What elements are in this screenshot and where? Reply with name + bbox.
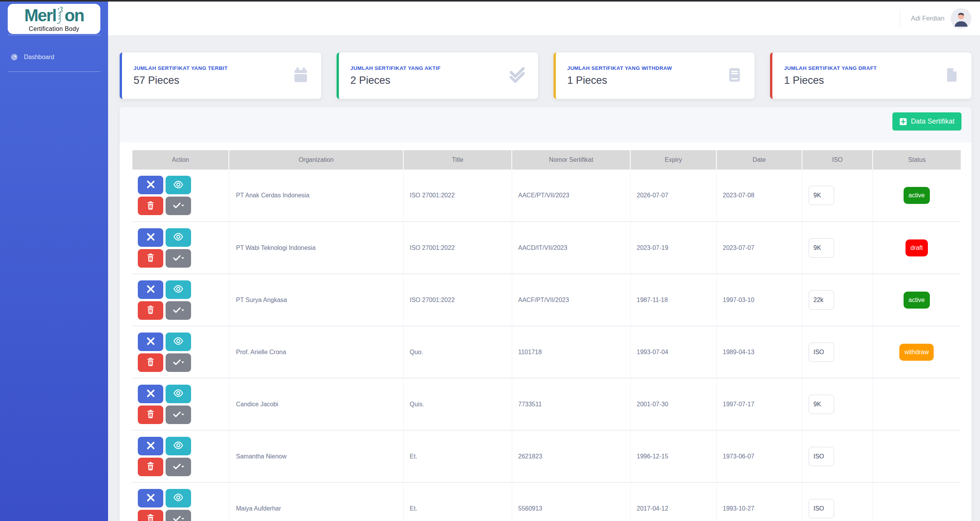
iso-input[interactable] <box>809 499 834 518</box>
delete-button[interactable] <box>138 249 163 268</box>
view-button[interactable] <box>166 280 191 299</box>
approve-dropdown-button[interactable] <box>166 406 191 424</box>
iso-cell <box>802 274 873 326</box>
title-cell: Quis. <box>403 378 512 430</box>
approve-dropdown-button[interactable] <box>166 353 191 372</box>
brand-wordmark: Merl on <box>24 6 84 25</box>
date-cell: 1993-10-27 <box>716 482 802 521</box>
file-icon <box>944 66 960 86</box>
action-cell <box>132 378 229 430</box>
person-icon <box>951 8 972 29</box>
date-cell: 1997-03-10 <box>716 274 802 326</box>
approve-dropdown-button[interactable] <box>166 197 191 215</box>
stat-card-label: JUMLAH SERTIFIKAT YANG AKTIF <box>350 65 441 71</box>
table-card-body: ActionOrganizationTitleNomor SertifikatE… <box>120 143 972 521</box>
eye-icon <box>173 440 184 452</box>
edit-button[interactable] <box>138 385 163 403</box>
approve-dropdown-button[interactable] <box>166 301 191 320</box>
delete-button[interactable] <box>138 406 163 424</box>
view-button[interactable] <box>166 385 191 403</box>
edit-button[interactable] <box>138 437 163 455</box>
table-row: PT Wabi Teknologi Indonesia ISO 27001:20… <box>132 222 961 274</box>
action-cell <box>132 482 229 521</box>
stat-card-label: JUMLAH SERTIFIKAT YANG WITHDRAW <box>567 65 672 71</box>
nomor-sertifikat-cell: AACF/PT/VII/2023 <box>512 274 630 326</box>
trash-icon <box>146 461 156 473</box>
eye-icon <box>173 336 184 348</box>
check-caret-icon <box>172 357 185 368</box>
iso-input[interactable] <box>809 447 834 466</box>
iso-input[interactable] <box>809 343 834 362</box>
merlion-statue-icon <box>56 6 64 25</box>
brand-subtitle: Certification Body <box>29 25 80 32</box>
trash-icon <box>146 409 156 421</box>
delete-button[interactable] <box>138 301 163 320</box>
table-row: Samantha Nienow Et. 2621823 1996-12-15 1… <box>132 430 961 482</box>
edit-icon <box>146 492 156 504</box>
iso-cell <box>802 482 873 521</box>
iso-input[interactable] <box>809 290 834 310</box>
status-cell <box>873 430 961 482</box>
eye-icon <box>173 492 184 504</box>
double-check-icon <box>508 66 526 86</box>
data-sertifikat-button[interactable]: Data Sertifikat <box>892 112 961 131</box>
iso-input[interactable] <box>809 395 834 414</box>
delete-button[interactable] <box>138 458 163 476</box>
approve-dropdown-button[interactable] <box>166 510 191 521</box>
iso-input[interactable] <box>809 238 834 258</box>
eye-icon <box>173 231 184 243</box>
main-content: JUMLAH SERTIFIKAT YANG TERBIT 57 Pieces … <box>108 36 980 521</box>
nomor-sertifikat-cell: AACE/PT/VII/2023 <box>512 170 630 222</box>
edit-button[interactable] <box>138 489 163 507</box>
check-caret-icon <box>172 409 185 421</box>
browser-top-strip <box>0 0 980 2</box>
title-cell: ISO 27001:2022 <box>403 170 512 222</box>
edit-button[interactable] <box>138 280 163 299</box>
table-row: Maiya Aufderhar Et. 5560913 2017-04-12 1… <box>132 482 961 521</box>
top-header: Adi Ferdian <box>108 2 980 36</box>
approve-dropdown-button[interactable] <box>166 249 191 268</box>
date-cell: 1997-07-17 <box>716 378 802 430</box>
approve-dropdown-button[interactable] <box>166 458 191 476</box>
avatar[interactable] <box>951 8 972 29</box>
view-button[interactable] <box>166 176 191 194</box>
status-cell: withdraw <box>873 326 961 378</box>
view-button[interactable] <box>166 489 191 507</box>
organization-cell: PT Surya Angkasa <box>229 274 403 326</box>
sidebar-item-dashboard[interactable]: Dashboard <box>0 48 108 66</box>
nomor-sertifikat-cell: 5560913 <box>512 482 630 521</box>
status-badge: draft <box>906 239 928 256</box>
action-cell <box>132 222 229 274</box>
view-button[interactable] <box>166 228 191 247</box>
expiry-cell: 2026-07-07 <box>630 170 716 222</box>
stat-card-value: 1 Pieces <box>567 75 672 87</box>
delete-button[interactable] <box>138 197 163 215</box>
column-header-action: Action <box>132 150 229 170</box>
trash-icon <box>146 252 156 264</box>
edit-button[interactable] <box>138 333 163 351</box>
view-button[interactable] <box>166 437 191 455</box>
eye-icon <box>173 388 184 400</box>
table-row: Prof. Arielle Crona Quo. 1101718 1993-07… <box>132 326 961 378</box>
trash-icon <box>146 200 156 212</box>
edit-button[interactable] <box>138 228 163 247</box>
edit-button[interactable] <box>138 176 163 194</box>
title-cell: Quo. <box>403 326 512 378</box>
delete-button[interactable] <box>138 353 163 372</box>
action-cell <box>132 430 229 482</box>
data-sertifikat-button-label: Data Sertifikat <box>911 117 955 126</box>
stat-card-value: 57 Pieces <box>134 75 228 87</box>
delete-button[interactable] <box>138 510 163 521</box>
trash-icon <box>146 304 156 316</box>
view-button[interactable] <box>166 333 191 351</box>
status-badge: active <box>904 187 930 204</box>
table-row: PT Surya Angkasa ISO 27001:2022 AACF/PT/… <box>132 274 961 326</box>
brand-logo[interactable]: Merl on Certification Body <box>8 4 100 34</box>
iso-input[interactable] <box>809 186 834 205</box>
stat-card-text: JUMLAH SERTIFIKAT YANG TERBIT 57 Pieces <box>134 65 228 87</box>
user-name[interactable]: Adi Ferdian <box>911 15 944 22</box>
gauge-icon <box>10 53 19 61</box>
action-cell <box>132 326 229 378</box>
nomor-sertifikat-cell: 1101718 <box>512 326 630 378</box>
expiry-cell: 2001-07-30 <box>630 378 716 430</box>
